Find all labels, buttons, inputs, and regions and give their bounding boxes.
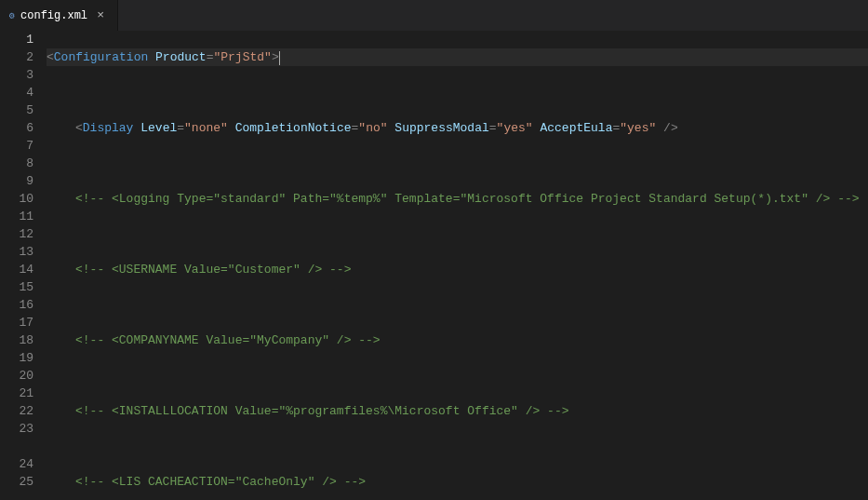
line-number: 11 [0, 208, 33, 225]
code-line [47, 84, 868, 101]
code-line [47, 296, 868, 314]
line-number: 17 [0, 314, 33, 331]
tab-filename: config.xml [20, 9, 87, 22]
code-line [47, 225, 868, 243]
line-number: 13 [0, 243, 33, 261]
line-number: 4 [0, 84, 33, 101]
line-number: 19 [0, 349, 33, 367]
line-number: 7 [0, 137, 33, 155]
line-number: 25 [0, 473, 33, 491]
line-number: 21 [0, 385, 33, 402]
code-area[interactable]: <Configuration Product="PrjStd"> <Displa… [47, 31, 868, 500]
line-number: 14 [0, 261, 33, 278]
code-line: <!-- <COMPANYNAME Value="MyCompany" /> -… [47, 331, 868, 349]
line-number-gutter: 1 2 3 4 5 6 7 8 9 10 11 12 13 14 15 16 1… [0, 31, 47, 500]
line-number: 6 [0, 119, 33, 137]
line-number: 10 [0, 190, 33, 208]
line-number: 22 [0, 402, 33, 420]
code-line: <!-- <USERNAME Value="Customer" /> --> [47, 261, 868, 278]
code-line: <!-- <INSTALLLOCATION Value="%programfil… [47, 402, 868, 420]
line-number: 1 [0, 31, 33, 48]
tab-config-xml[interactable]: ⚙ config.xml × [0, 0, 118, 31]
line-number: 23 [0, 420, 33, 438]
text-cursor [279, 51, 280, 65]
code-line [47, 367, 868, 385]
code-editor[interactable]: 1 2 3 4 5 6 7 8 9 10 11 12 13 14 15 16 1… [0, 31, 868, 500]
code-line: <!-- <LIS CACHEACTION="CacheOnly" /> --> [47, 473, 868, 491]
file-icon: ⚙ [9, 10, 15, 21]
line-number: 16 [0, 296, 33, 314]
line-number [0, 438, 33, 455]
line-number: 18 [0, 331, 33, 349]
line-number: 24 [0, 455, 33, 473]
code-line: <Display Level="none" CompletionNotice="… [47, 119, 868, 137]
line-number: 3 [0, 66, 33, 84]
line-number: 20 [0, 367, 33, 385]
line-number: 2 [0, 48, 33, 66]
tab-bar: ⚙ config.xml × [0, 0, 868, 31]
code-line [47, 438, 868, 455]
line-number: 8 [0, 155, 33, 172]
line-number: 5 [0, 101, 33, 119]
code-line: <!-- <Logging Type="standard" Path="%tem… [47, 190, 868, 208]
code-line [47, 155, 868, 172]
line-number: 12 [0, 225, 33, 243]
line-number: 15 [0, 278, 33, 296]
line-number: 9 [0, 172, 33, 190]
code-line: <Configuration Product="PrjStd"> [47, 48, 868, 66]
close-icon[interactable]: × [93, 8, 108, 22]
